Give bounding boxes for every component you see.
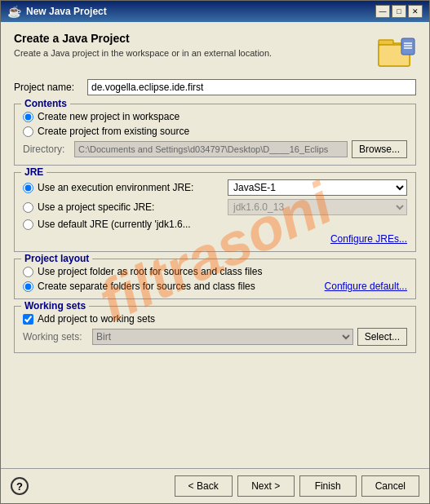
bottom-bar: ? < Back Next > Finish Cancel	[1, 468, 429, 503]
svg-rect-1	[379, 40, 393, 45]
use-default-jre-radio[interactable]	[23, 219, 33, 230]
create-new-project-label[interactable]: Create new project in workspace	[38, 111, 180, 122]
header-area: Create a Java Project Create a Java proj…	[14, 32, 416, 71]
jre-section: JRE Use an execution environment JRE: Ja…	[14, 172, 416, 252]
title-buttons: — □ ✕	[375, 5, 423, 18]
jre-section-title: JRE	[21, 166, 47, 178]
directory-input	[74, 141, 348, 157]
use-execution-env-row: Use an execution environment JRE: JavaSE…	[23, 179, 407, 196]
working-sets-section: Working sets Add project to working sets…	[14, 306, 416, 353]
select-working-sets-button[interactable]: Select...	[357, 328, 407, 346]
back-button[interactable]: < Back	[175, 475, 233, 497]
next-button[interactable]: Next >	[237, 475, 295, 497]
create-new-project-radio[interactable]	[23, 112, 33, 122]
window-icon: ☕	[7, 5, 21, 18]
add-to-working-sets-checkbox[interactable]	[23, 314, 33, 325]
add-to-working-sets-row: Add project to working sets	[23, 313, 407, 325]
browse-button[interactable]: Browse...	[352, 140, 407, 158]
create-from-existing-label[interactable]: Create project from existing source	[38, 126, 189, 137]
project-name-row: Project name:	[14, 79, 416, 95]
working-sets-select[interactable]: Birt	[92, 329, 353, 345]
close-button[interactable]: ✕	[408, 5, 423, 18]
create-from-existing-row: Create project from existing source	[23, 126, 407, 137]
help-button[interactable]: ?	[11, 477, 29, 495]
use-default-jre-label[interactable]: Use default JRE (currently 'jdk1.6...	[38, 219, 407, 230]
add-to-working-sets-label[interactable]: Add project to working sets	[38, 313, 155, 325]
title-bar-text: ☕ New Java Project	[7, 5, 107, 18]
contents-section-title: Contents	[21, 98, 70, 109]
project-name-label: Project name:	[14, 82, 87, 93]
create-separate-folders-radio[interactable]	[23, 281, 33, 292]
dialog-content: Create a Java Project Create a Java proj…	[1, 22, 429, 468]
create-from-existing-radio[interactable]	[23, 126, 33, 137]
separate-folders-row: Create separate folders for sources and …	[23, 281, 407, 292]
jre-env-select[interactable]: JavaSE-1 JavaSE-1.6 JavaSE-1.7	[228, 179, 407, 196]
working-sets-label: Working sets:	[23, 331, 88, 343]
project-jre-select: jdk1.6.0_13	[228, 199, 407, 215]
use-execution-env-radio[interactable]	[23, 183, 33, 193]
nav-buttons: < Back Next > Finish Cancel	[175, 475, 419, 497]
contents-section: Contents Create new project in workspace…	[14, 104, 416, 166]
create-separate-folders-label[interactable]: Create separate folders for sources and …	[38, 281, 255, 292]
use-default-jre-row: Use default JRE (currently 'jdk1.6...	[23, 219, 407, 230]
minimize-button[interactable]: —	[375, 5, 390, 18]
use-project-folder-label[interactable]: Use project folder as root for sources a…	[38, 266, 262, 277]
finish-button[interactable]: Finish	[299, 475, 357, 497]
project-layout-section: Project layout Use project folder as roo…	[14, 259, 416, 299]
configure-default-link[interactable]: Configure default...	[325, 281, 407, 292]
create-new-project-row: Create new project in workspace	[23, 111, 407, 122]
working-sets-title: Working sets	[21, 300, 89, 312]
use-project-folder-row: Use project folder as root for sources a…	[23, 266, 407, 277]
project-layout-title: Project layout	[21, 253, 92, 264]
configure-jres-link[interactable]: Configure JREs...	[23, 233, 407, 245]
working-sets-row: Working sets: Birt Select...	[23, 328, 407, 346]
use-project-jre-label[interactable]: Use a project specific JRE:	[38, 201, 224, 213]
maximize-button[interactable]: □	[392, 5, 406, 18]
page-subtitle: Create a Java project in the workspace o…	[14, 48, 369, 58]
use-project-folder-radio[interactable]	[23, 267, 33, 277]
header-icon	[377, 32, 416, 71]
cancel-button[interactable]: Cancel	[361, 475, 419, 497]
use-execution-env-label[interactable]: Use an execution environment JRE:	[38, 182, 224, 193]
window-title: New Java Project	[26, 6, 107, 17]
project-name-input[interactable]	[87, 79, 416, 95]
use-project-jre-row: Use a project specific JRE: jdk1.6.0_13	[23, 199, 407, 215]
directory-label: Directory:	[23, 144, 70, 155]
separate-folders-inner: Create separate folders for sources and …	[23, 281, 325, 292]
header-text: Create a Java Project Create a Java proj…	[14, 32, 369, 68]
page-title: Create a Java Project	[14, 32, 369, 45]
title-bar: ☕ New Java Project — □ ✕	[1, 1, 429, 22]
use-project-jre-radio[interactable]	[23, 202, 33, 213]
svg-rect-3	[401, 38, 414, 55]
directory-row: Directory: Browse...	[23, 140, 407, 158]
